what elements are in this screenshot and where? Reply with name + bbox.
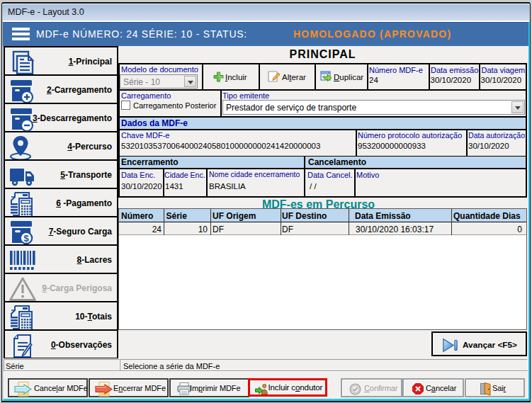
svg-text:$: $ bbox=[23, 233, 29, 244]
